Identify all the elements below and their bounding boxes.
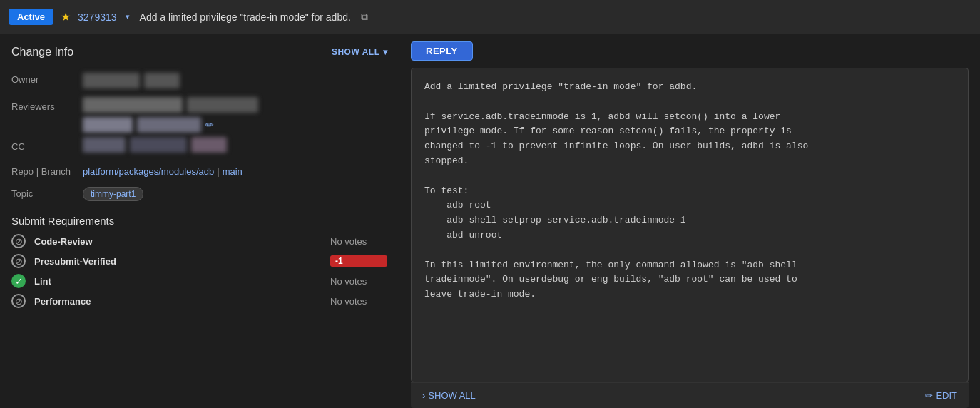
performance-label: Performance <box>34 296 325 307</box>
topic-row: Topic timmy-part1 <box>11 184 387 203</box>
owner-value <box>83 70 387 91</box>
change-number-chevron[interactable]: ▾ <box>126 12 130 21</box>
presubmit-badge: -1 <box>330 255 387 267</box>
pencil-icon: ✏ <box>925 390 933 401</box>
topic-badge[interactable]: timmy-part1 <box>83 187 143 201</box>
active-badge: Active <box>9 9 53 25</box>
show-all-link[interactable]: › SHOW ALL <box>422 390 476 401</box>
cc-label: CC <box>11 137 83 156</box>
pipe-separator: | <box>217 166 219 177</box>
cc-value <box>83 137 387 156</box>
repo-branch-value: platform/packages/modules/adb | main <box>83 162 387 181</box>
cc-2 <box>130 137 187 153</box>
reviewers-row: Reviewers ✏ <box>11 97 387 137</box>
req-presubmit: ⊘ Presubmit-Verified -1 <box>11 254 387 268</box>
reviewer-3 <box>83 117 133 133</box>
branch-link[interactable]: main <box>223 166 243 177</box>
star-icon: ★ <box>61 10 71 24</box>
reviewers-value: ✏ <box>83 97 387 137</box>
left-panel: Change Info SHOW ALL ▾ Owner Reviewers <box>0 34 399 408</box>
reply-bar: REPLY <box>399 34 980 68</box>
owner-avatar <box>83 73 140 88</box>
change-title: Add a limited privilege "trade-in mode" … <box>140 11 351 23</box>
reviewer-1 <box>83 97 183 113</box>
presubmit-label: Presubmit-Verified <box>34 256 325 267</box>
top-bar: Active ★ 3279313 ▾ Add a limited privile… <box>0 0 980 34</box>
reviewers-label: Reviewers <box>11 97 83 116</box>
main-layout: Change Info SHOW ALL ▾ Owner Reviewers <box>0 34 980 408</box>
lint-icon: ✓ <box>11 274 26 288</box>
submit-requirements-title: Submit Requirements <box>11 215 387 227</box>
owner-name <box>144 73 180 88</box>
reply-button[interactable]: REPLY <box>411 41 473 61</box>
reviewer-2 <box>187 97 258 113</box>
req-performance: ⊘ Performance No votes <box>11 294 387 308</box>
presubmit-icon: ⊘ <box>11 254 26 268</box>
description-box: Add a limited privilege "trade-in mode" … <box>411 68 969 382</box>
left-panel-header: Change Info SHOW ALL ▾ <box>11 46 387 58</box>
repo-branch-label: Repo | Branch <box>11 162 83 181</box>
change-number-link[interactable]: 3279313 <box>78 11 117 23</box>
reviewer-4 <box>137 117 201 133</box>
right-panel: REPLY Add a limited privilege "trade-in … <box>399 34 980 408</box>
description-footer: › SHOW ALL ✏ EDIT <box>411 382 969 408</box>
owner-row: Owner <box>11 70 387 91</box>
lint-label: Lint <box>34 276 325 287</box>
code-review-status: No votes <box>330 236 387 247</box>
copy-icon[interactable]: ⧉ <box>361 11 368 23</box>
show-all-button[interactable]: SHOW ALL ▾ <box>332 47 387 57</box>
edit-reviewers-icon[interactable]: ✏ <box>205 119 214 131</box>
performance-icon: ⊘ <box>11 294 26 308</box>
cc-1 <box>83 137 126 153</box>
edit-link[interactable]: ✏ EDIT <box>925 390 957 401</box>
change-info-title: Change Info <box>11 46 73 58</box>
chevron-show-all: › <box>422 390 425 401</box>
cc-row: CC <box>11 137 387 156</box>
topic-label: Topic <box>11 184 83 203</box>
req-code-review: ⊘ Code-Review No votes <box>11 234 387 248</box>
req-lint: ✓ Lint No votes <box>11 274 387 288</box>
code-review-label: Code-Review <box>34 236 325 247</box>
cc-3 <box>191 137 227 153</box>
repo-link[interactable]: platform/packages/modules/adb <box>83 166 214 177</box>
lint-status: No votes <box>330 276 387 287</box>
repo-branch-row: Repo | Branch platform/packages/modules/… <box>11 162 387 181</box>
performance-status: No votes <box>330 296 387 307</box>
code-review-icon: ⊘ <box>11 234 26 248</box>
owner-label: Owner <box>11 70 83 89</box>
